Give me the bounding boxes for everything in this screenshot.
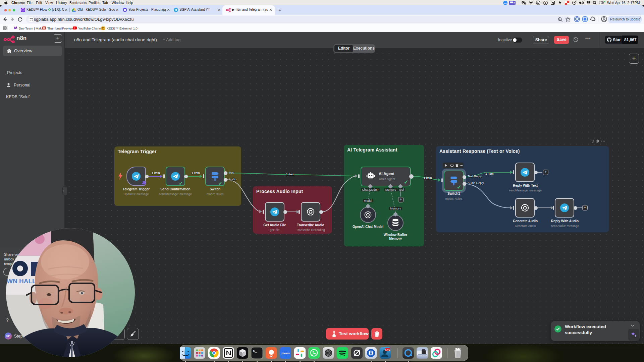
svg-text:WN HALL: WN HALL (7, 278, 36, 285)
svg-text:zoom: zoom (281, 351, 290, 355)
svg-text:>_: >_ (253, 350, 257, 353)
svg-text:LIVE: LIVE (385, 349, 390, 351)
